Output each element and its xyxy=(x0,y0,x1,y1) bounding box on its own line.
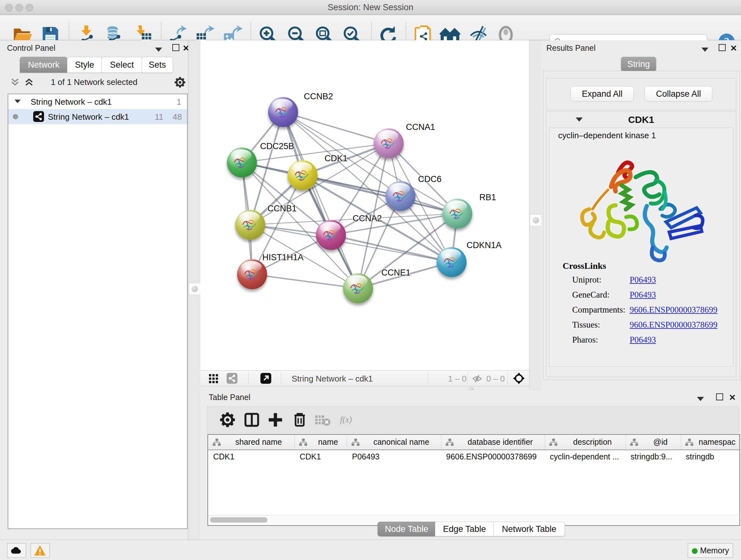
delete-table-icon[interactable] xyxy=(314,411,332,429)
column-header-description[interactable]: description xyxy=(545,435,626,449)
panel-menu-icon[interactable] xyxy=(155,45,162,54)
column-header-database-identifier[interactable]: database identifier xyxy=(441,435,545,449)
delete-icon[interactable] xyxy=(291,411,309,429)
node-ccna1[interactable] xyxy=(374,128,404,159)
control-panel: Control Panel ✕ NetworkStyleSelectSets 1… xyxy=(0,40,188,540)
float-panel-icon[interactable] xyxy=(716,393,723,402)
table-cell[interactable]: stringdb:9... xyxy=(625,452,681,463)
collapse-all-button[interactable]: Collapse All xyxy=(645,86,712,102)
protein-description: cyclin–dependent kinase 1 xyxy=(558,131,656,140)
node-cdk1[interactable] xyxy=(287,160,318,190)
selected-counts: 1 – 0 xyxy=(448,374,467,384)
float-panel-icon[interactable] xyxy=(172,44,179,53)
left-splitter[interactable] xyxy=(188,40,201,540)
warning-icon xyxy=(33,545,46,556)
node-table[interactable]: shared namenamecanonical namedatabase id… xyxy=(207,434,740,516)
protein-structure-image xyxy=(570,142,711,270)
splitter-handle[interactable] xyxy=(530,214,542,226)
current-network-title: String Network – cdk1 xyxy=(292,374,373,384)
results-panel-title: Results Panel xyxy=(546,44,596,53)
node-label-ccnb1: CCNB1 xyxy=(267,204,297,213)
expand-all-button[interactable]: Expand All xyxy=(570,86,634,102)
cdk1-result-box: CDK1 cyclin–dependent kinase 1 xyxy=(546,111,736,377)
memory-button[interactable]: Memory xyxy=(688,543,733,558)
result-entry-name: CDK1 xyxy=(546,114,736,125)
network-selection-status: 1 of 1 Network selected xyxy=(4,77,185,87)
tab-select[interactable]: Select xyxy=(102,57,142,73)
grid-view-icon[interactable] xyxy=(208,373,219,384)
crosslink-link[interactable]: P06493 xyxy=(630,335,656,345)
crosslink-label: Tissues: xyxy=(572,320,600,330)
node-label-cdc6: CDC6 xyxy=(418,174,442,184)
collection-label: String Network – cdk1 xyxy=(30,97,112,107)
column-header-name[interactable]: name xyxy=(294,435,347,449)
column-header-shared-name[interactable]: shared name xyxy=(208,435,295,449)
network-canvas[interactable]: CCNB2CCNA1CDC25BCDK1CDC6RB1CCNB1CCNA2CDK… xyxy=(200,40,529,370)
crosslinks-heading: CrossLinks xyxy=(562,261,606,271)
add-icon[interactable] xyxy=(266,411,284,429)
tab-network-table[interactable]: Network Table xyxy=(493,522,565,537)
network-label: String Network – cdk1 xyxy=(48,112,129,122)
node-ccnb1[interactable] xyxy=(235,210,265,240)
function-builder-icon[interactable]: f(x) xyxy=(339,411,368,429)
crosslink-link[interactable]: P06493 xyxy=(630,275,656,285)
tab-node-table[interactable]: Node Table xyxy=(378,522,435,537)
crosslink-link[interactable]: P06493 xyxy=(630,290,656,300)
tab-network[interactable]: Network xyxy=(20,57,68,73)
main-toolbar: ? xyxy=(0,15,741,40)
network-collection-row[interactable]: String Network – cdk1 1 xyxy=(8,94,187,109)
column-header--id[interactable]: @id xyxy=(625,435,681,449)
node-rb1[interactable] xyxy=(442,199,472,229)
table-cell[interactable]: CDK1 xyxy=(208,452,294,463)
tab-sets[interactable]: Sets xyxy=(142,57,173,73)
node-ccne1[interactable] xyxy=(343,273,373,303)
table-cell[interactable]: stringdb xyxy=(681,452,739,463)
column-header-canonical-name[interactable]: canonical name xyxy=(347,435,441,449)
node-ccna2[interactable] xyxy=(316,220,346,250)
node-label-cdk1: CDK1 xyxy=(325,153,347,164)
float-panel-icon[interactable] xyxy=(719,44,726,53)
table-cell[interactable]: CDK1 xyxy=(294,452,347,463)
table-toolbar: f(x) xyxy=(207,406,739,434)
node-label-ccnb2: CCNB2 xyxy=(304,91,333,102)
warnings-button[interactable] xyxy=(30,543,50,558)
node-hist1h1a[interactable] xyxy=(237,259,267,289)
window-title: Session: New Session xyxy=(0,3,741,12)
node-cdc25b[interactable] xyxy=(227,147,257,178)
close-panel-icon[interactable]: ✕ xyxy=(730,44,737,53)
memory-label: Memory xyxy=(700,546,729,555)
table-tabs: Node TableEdge TableNetwork Table xyxy=(200,522,741,536)
node-cdc6[interactable] xyxy=(386,181,415,211)
panel-menu-icon[interactable] xyxy=(701,45,709,54)
splitter-handle[interactable] xyxy=(189,283,201,295)
node-cdkn1a[interactable] xyxy=(436,247,467,277)
birds-eye-icon[interactable] xyxy=(513,372,525,385)
crosslink-label: Compartments: xyxy=(572,305,625,315)
crosslink-link[interactable]: 9606.ENSP00000378699 xyxy=(630,305,718,315)
node-label-cdkn1a: CDKN1A xyxy=(467,240,502,250)
tab-style[interactable]: Style xyxy=(67,57,102,73)
panel-menu-icon[interactable] xyxy=(697,394,704,403)
node-label-ccne1: CCNE1 xyxy=(381,268,411,278)
tab-edge-table[interactable]: Edge Table xyxy=(435,522,494,537)
network-row[interactable]: String Network – cdk1 11 48 xyxy=(8,109,187,124)
collection-expand-icon[interactable] xyxy=(15,100,21,103)
hidden-eye-icon xyxy=(472,373,482,384)
close-panel-icon[interactable]: ✕ xyxy=(729,393,736,402)
node-ccnb2[interactable] xyxy=(268,97,298,127)
table-cell[interactable]: 9606.ENSP00000378699 xyxy=(441,452,545,463)
gear-icon[interactable] xyxy=(219,411,237,429)
crosslink-label: Pharos: xyxy=(572,335,598,345)
table-cell[interactable]: P06493 xyxy=(347,452,441,463)
tab-string[interactable]: String xyxy=(621,57,656,71)
title-bar: Session: New Session xyxy=(0,0,741,15)
gear-icon[interactable] xyxy=(174,76,186,89)
cloud-button[interactable] xyxy=(7,543,26,558)
crosslink-link[interactable]: 9606.ENSP00000378699 xyxy=(630,320,718,330)
network-tree: String Network – cdk1 1 String Network –… xyxy=(8,94,188,529)
detach-view-icon[interactable] xyxy=(260,373,271,384)
show-columns-icon[interactable] xyxy=(243,411,261,429)
table-cell[interactable]: cyclin-dependent ... xyxy=(545,452,625,463)
crosslink-label: Uniprot: xyxy=(572,275,602,285)
column-header-namespac[interactable]: namespac xyxy=(681,435,739,449)
